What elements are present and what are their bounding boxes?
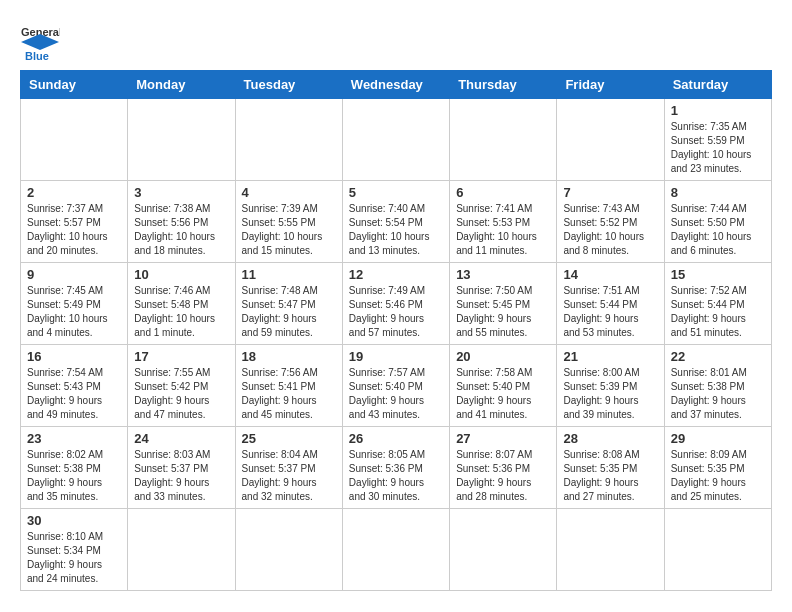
calendar-cell: 8Sunrise: 7:44 AM Sunset: 5:50 PM Daylig…	[664, 181, 771, 263]
calendar-cell: 7Sunrise: 7:43 AM Sunset: 5:52 PM Daylig…	[557, 181, 664, 263]
day-info: Sunrise: 7:56 AM Sunset: 5:41 PM Dayligh…	[242, 366, 336, 422]
calendar-week-row-5: 23Sunrise: 8:02 AM Sunset: 5:38 PM Dayli…	[21, 427, 772, 509]
calendar-cell: 12Sunrise: 7:49 AM Sunset: 5:46 PM Dayli…	[342, 263, 449, 345]
day-number: 10	[134, 267, 228, 282]
day-info: Sunrise: 7:58 AM Sunset: 5:40 PM Dayligh…	[456, 366, 550, 422]
day-info: Sunrise: 8:07 AM Sunset: 5:36 PM Dayligh…	[456, 448, 550, 504]
calendar-cell: 17Sunrise: 7:55 AM Sunset: 5:42 PM Dayli…	[128, 345, 235, 427]
svg-text:Blue: Blue	[25, 50, 49, 60]
weekday-header-saturday: Saturday	[664, 71, 771, 99]
calendar-cell: 3Sunrise: 7:38 AM Sunset: 5:56 PM Daylig…	[128, 181, 235, 263]
weekday-header-tuesday: Tuesday	[235, 71, 342, 99]
calendar-week-row-2: 2Sunrise: 7:37 AM Sunset: 5:57 PM Daylig…	[21, 181, 772, 263]
weekday-header-thursday: Thursday	[450, 71, 557, 99]
day-number: 23	[27, 431, 121, 446]
calendar-cell: 11Sunrise: 7:48 AM Sunset: 5:47 PM Dayli…	[235, 263, 342, 345]
calendar-cell: 20Sunrise: 7:58 AM Sunset: 5:40 PM Dayli…	[450, 345, 557, 427]
day-number: 2	[27, 185, 121, 200]
calendar-cell: 21Sunrise: 8:00 AM Sunset: 5:39 PM Dayli…	[557, 345, 664, 427]
day-number: 30	[27, 513, 121, 528]
day-info: Sunrise: 7:57 AM Sunset: 5:40 PM Dayligh…	[349, 366, 443, 422]
day-number: 11	[242, 267, 336, 282]
day-info: Sunrise: 8:10 AM Sunset: 5:34 PM Dayligh…	[27, 530, 121, 586]
day-number: 26	[349, 431, 443, 446]
weekday-header-friday: Friday	[557, 71, 664, 99]
calendar-cell: 28Sunrise: 8:08 AM Sunset: 5:35 PM Dayli…	[557, 427, 664, 509]
weekday-header-sunday: Sunday	[21, 71, 128, 99]
day-info: Sunrise: 7:51 AM Sunset: 5:44 PM Dayligh…	[563, 284, 657, 340]
day-number: 8	[671, 185, 765, 200]
day-info: Sunrise: 7:43 AM Sunset: 5:52 PM Dayligh…	[563, 202, 657, 258]
day-info: Sunrise: 7:52 AM Sunset: 5:44 PM Dayligh…	[671, 284, 765, 340]
day-info: Sunrise: 7:50 AM Sunset: 5:45 PM Dayligh…	[456, 284, 550, 340]
day-number: 13	[456, 267, 550, 282]
calendar-cell: 5Sunrise: 7:40 AM Sunset: 5:54 PM Daylig…	[342, 181, 449, 263]
logo-wordmark: General Blue	[20, 20, 60, 60]
logo-svg: General Blue	[20, 20, 60, 60]
day-info: Sunrise: 7:41 AM Sunset: 5:53 PM Dayligh…	[456, 202, 550, 258]
calendar-week-row-4: 16Sunrise: 7:54 AM Sunset: 5:43 PM Dayli…	[21, 345, 772, 427]
logo: General Blue	[20, 20, 60, 60]
day-info: Sunrise: 7:46 AM Sunset: 5:48 PM Dayligh…	[134, 284, 228, 340]
calendar-cell: 22Sunrise: 8:01 AM Sunset: 5:38 PM Dayli…	[664, 345, 771, 427]
calendar-cell	[128, 99, 235, 181]
day-info: Sunrise: 7:40 AM Sunset: 5:54 PM Dayligh…	[349, 202, 443, 258]
day-number: 5	[349, 185, 443, 200]
calendar-cell: 16Sunrise: 7:54 AM Sunset: 5:43 PM Dayli…	[21, 345, 128, 427]
calendar-cell: 6Sunrise: 7:41 AM Sunset: 5:53 PM Daylig…	[450, 181, 557, 263]
day-info: Sunrise: 8:00 AM Sunset: 5:39 PM Dayligh…	[563, 366, 657, 422]
day-info: Sunrise: 7:37 AM Sunset: 5:57 PM Dayligh…	[27, 202, 121, 258]
calendar-cell	[235, 99, 342, 181]
calendar-cell	[21, 99, 128, 181]
calendar-table: SundayMondayTuesdayWednesdayThursdayFrid…	[20, 70, 772, 591]
calendar-cell: 27Sunrise: 8:07 AM Sunset: 5:36 PM Dayli…	[450, 427, 557, 509]
calendar-cell: 25Sunrise: 8:04 AM Sunset: 5:37 PM Dayli…	[235, 427, 342, 509]
day-info: Sunrise: 7:39 AM Sunset: 5:55 PM Dayligh…	[242, 202, 336, 258]
calendar-cell: 29Sunrise: 8:09 AM Sunset: 5:35 PM Dayli…	[664, 427, 771, 509]
calendar-cell: 26Sunrise: 8:05 AM Sunset: 5:36 PM Dayli…	[342, 427, 449, 509]
day-info: Sunrise: 7:35 AM Sunset: 5:59 PM Dayligh…	[671, 120, 765, 176]
calendar-cell: 2Sunrise: 7:37 AM Sunset: 5:57 PM Daylig…	[21, 181, 128, 263]
calendar-week-row-6: 30Sunrise: 8:10 AM Sunset: 5:34 PM Dayli…	[21, 509, 772, 591]
day-info: Sunrise: 7:48 AM Sunset: 5:47 PM Dayligh…	[242, 284, 336, 340]
day-number: 22	[671, 349, 765, 364]
calendar-cell: 10Sunrise: 7:46 AM Sunset: 5:48 PM Dayli…	[128, 263, 235, 345]
calendar-cell: 9Sunrise: 7:45 AM Sunset: 5:49 PM Daylig…	[21, 263, 128, 345]
calendar-cell: 1Sunrise: 7:35 AM Sunset: 5:59 PM Daylig…	[664, 99, 771, 181]
day-number: 25	[242, 431, 336, 446]
day-number: 3	[134, 185, 228, 200]
day-info: Sunrise: 7:45 AM Sunset: 5:49 PM Dayligh…	[27, 284, 121, 340]
day-number: 20	[456, 349, 550, 364]
calendar-week-row-3: 9Sunrise: 7:45 AM Sunset: 5:49 PM Daylig…	[21, 263, 772, 345]
weekday-header-wednesday: Wednesday	[342, 71, 449, 99]
calendar-cell	[450, 509, 557, 591]
day-number: 18	[242, 349, 336, 364]
calendar-cell: 4Sunrise: 7:39 AM Sunset: 5:55 PM Daylig…	[235, 181, 342, 263]
day-info: Sunrise: 7:44 AM Sunset: 5:50 PM Dayligh…	[671, 202, 765, 258]
calendar-cell: 24Sunrise: 8:03 AM Sunset: 5:37 PM Dayli…	[128, 427, 235, 509]
calendar-cell: 18Sunrise: 7:56 AM Sunset: 5:41 PM Dayli…	[235, 345, 342, 427]
calendar-cell	[235, 509, 342, 591]
day-number: 4	[242, 185, 336, 200]
day-number: 14	[563, 267, 657, 282]
calendar-cell	[342, 99, 449, 181]
calendar-cell	[557, 509, 664, 591]
calendar-cell	[342, 509, 449, 591]
day-info: Sunrise: 7:49 AM Sunset: 5:46 PM Dayligh…	[349, 284, 443, 340]
calendar-cell	[128, 509, 235, 591]
calendar-cell	[450, 99, 557, 181]
day-number: 17	[134, 349, 228, 364]
calendar-cell	[664, 509, 771, 591]
day-number: 19	[349, 349, 443, 364]
calendar-cell	[557, 99, 664, 181]
day-number: 24	[134, 431, 228, 446]
day-info: Sunrise: 7:38 AM Sunset: 5:56 PM Dayligh…	[134, 202, 228, 258]
day-number: 1	[671, 103, 765, 118]
day-info: Sunrise: 8:04 AM Sunset: 5:37 PM Dayligh…	[242, 448, 336, 504]
calendar-cell: 15Sunrise: 7:52 AM Sunset: 5:44 PM Dayli…	[664, 263, 771, 345]
day-info: Sunrise: 8:08 AM Sunset: 5:35 PM Dayligh…	[563, 448, 657, 504]
day-number: 9	[27, 267, 121, 282]
day-number: 15	[671, 267, 765, 282]
day-info: Sunrise: 8:01 AM Sunset: 5:38 PM Dayligh…	[671, 366, 765, 422]
day-info: Sunrise: 7:55 AM Sunset: 5:42 PM Dayligh…	[134, 366, 228, 422]
